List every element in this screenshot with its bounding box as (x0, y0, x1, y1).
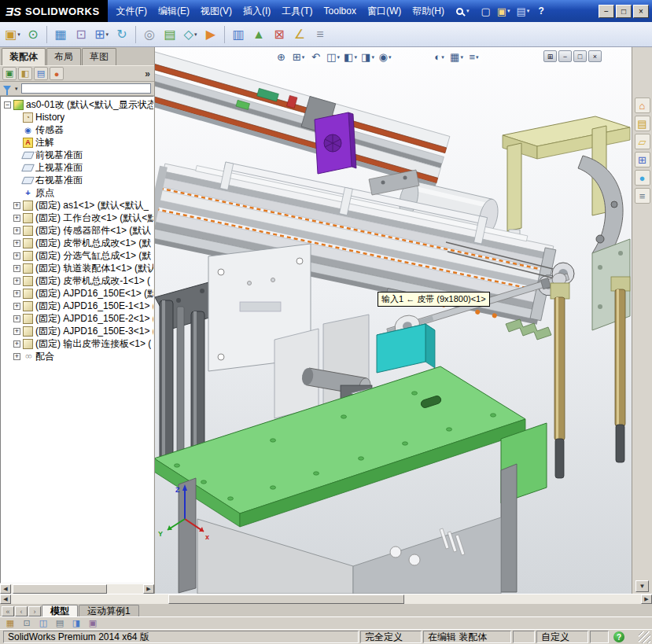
reference-geometry-button[interactable]: ◇▾ (181, 24, 200, 45)
configurationmanager-tab-icon[interactable]: ▤ (34, 67, 48, 80)
tab-sketch[interactable]: 草图 (82, 48, 116, 65)
tree-item[interactable]: +(固定) 皮带机总成改<1> (默 (1, 237, 153, 249)
hide-show-items-icon[interactable]: ◉▾ (377, 50, 393, 64)
tab-layout[interactable]: 布局 (46, 48, 81, 65)
tree-item[interactable]: +(固定) AJPD16_150E-2<1> (默 (1, 312, 153, 325)
show-hidden-components-button[interactable]: ◎ (140, 24, 159, 45)
apply-scene-icon[interactable]: ▦▾ (448, 50, 465, 64)
panel-overflow-button[interactable]: » (145, 68, 152, 79)
custom-status-button[interactable]: 自定义 (536, 631, 588, 643)
quick-snap-grid-icon[interactable]: ▦ (3, 618, 17, 629)
zoom-fit-icon[interactable]: ⊕ (273, 50, 289, 64)
linear-component-pattern-button[interactable]: ▦ (51, 24, 70, 45)
tree-expander[interactable]: + (13, 328, 20, 335)
resize-grip[interactable] (639, 631, 650, 643)
doc-window-menu-button[interactable]: ⊞ (543, 50, 557, 62)
view-settings-icon[interactable]: ≡▾ (466, 50, 482, 64)
tree-expander[interactable]: + (13, 303, 20, 310)
insert-components-button[interactable]: ▣▾ (3, 24, 22, 45)
exploded-view-button[interactable]: ▲ (249, 24, 268, 45)
interference-detection-button[interactable]: ⊠ (270, 24, 289, 45)
featuremanager-tab-icon[interactable]: ▣ (2, 67, 17, 80)
bill-of-materials-button[interactable]: ▥ (229, 24, 248, 45)
tools-menu[interactable]: 工具(T) (276, 2, 318, 20)
scroll-track[interactable] (11, 584, 143, 594)
zoom-area-icon[interactable]: ⊞▾ (290, 50, 307, 64)
scroll-track[interactable] (11, 594, 641, 604)
maximize-button[interactable]: □ (616, 5, 632, 18)
edit-menu[interactable]: 编辑(E) (153, 2, 195, 20)
quick-snap-midpoint-icon[interactable]: ▤ (53, 618, 67, 629)
tree-expander[interactable]: + (13, 202, 20, 209)
tree-item[interactable]: +(固定) 分选气缸总成<1> (默 (1, 249, 153, 262)
measure-button[interactable]: ∠ (290, 24, 309, 45)
tree-filter-input[interactable] (21, 83, 151, 94)
file-explorer-icon[interactable]: ▱ (635, 134, 650, 149)
propertymanager-tab-icon[interactable]: ◧ (18, 67, 32, 80)
save-button[interactable]: ▤▾ (514, 6, 532, 17)
scroll-thumb[interactable] (13, 584, 107, 594)
tree-item[interactable]: 上视基准面 (1, 161, 153, 174)
tree-item[interactable]: +(固定) AJPD16_150E<1> (默认 (1, 287, 153, 300)
doc-restore-button[interactable]: □ (573, 50, 587, 62)
tree-expander[interactable]: + (13, 315, 20, 322)
display-style-icon[interactable]: ◨▾ (359, 50, 376, 64)
window-menu[interactable]: 窗口(W) (362, 2, 407, 20)
tree-expander[interactable]: + (13, 252, 20, 259)
doc-close-button[interactable]: × (588, 50, 602, 62)
view-orientation-icon[interactable]: ◧▾ (342, 50, 359, 64)
help-button[interactable]: ? (532, 6, 550, 17)
quick-snap-quadrant-icon[interactable]: ◨ (69, 618, 83, 629)
quick-snap-points-icon[interactable]: ⊡ (20, 618, 34, 629)
graphics-area[interactable]: Z x Y ⊕⊞▾↶◫▾◧▾◨▾◉▾◐▾▦▾≡▾ ⊞−□× 输入1 ← 皮带 (… (155, 47, 632, 594)
tree-expander[interactable]: + (13, 278, 20, 285)
toolbox-menu[interactable]: Toolbox (319, 3, 362, 19)
tab-assembly[interactable]: 装配体 (2, 48, 46, 65)
assembly-features-button[interactable]: ▤ (160, 24, 179, 45)
tree-expander[interactable]: + (13, 340, 20, 348)
tree-expander[interactable]: + (13, 215, 20, 222)
tree-item[interactable]: +(固定) 传感器部件<1> (默认 (1, 224, 153, 237)
open-document-button[interactable]: ▣▾ (495, 6, 513, 17)
tree-expander[interactable]: + (13, 265, 20, 272)
doc-minimize-button[interactable]: − (558, 50, 572, 62)
view-menu[interactable]: 视图(V) (195, 2, 238, 20)
solidworks-resources-icon[interactable]: ⌂ (635, 98, 650, 113)
previous-view-icon[interactable]: ↶ (308, 50, 324, 64)
move-component-button[interactable]: ⊞▾ (92, 24, 111, 45)
tree-expander[interactable]: − (4, 101, 11, 109)
scroll-right-arrow[interactable]: ▶ (143, 584, 154, 594)
new-motion-study-button[interactable]: ▶ (201, 24, 220, 45)
new-document-button[interactable]: ▢ (478, 6, 492, 17)
model-cyan-block[interactable] (377, 324, 435, 373)
model-guide-rods[interactable] (551, 277, 630, 478)
close-button[interactable]: × (633, 5, 649, 18)
tree-expander[interactable]: + (13, 227, 20, 234)
model-purple-plate[interactable] (315, 112, 356, 174)
tree-item[interactable]: +(固定) AJPD16_150E-1<1> (默 (1, 300, 153, 312)
tab-scroll-first-button[interactable]: « (2, 606, 14, 616)
minimize-button[interactable]: − (599, 5, 614, 18)
tree-expander[interactable]: + (13, 353, 20, 360)
tree-item[interactable]: +(固定) AJPD16_150E-3<1> (默 (1, 325, 153, 337)
scroll-thumb[interactable] (168, 594, 404, 604)
scroll-left-arrow[interactable]: ◀ (0, 594, 11, 604)
viewport-horizontal-scrollbar[interactable]: ◀ ▶ (0, 594, 652, 604)
custom-properties-icon[interactable]: ≡ (635, 188, 650, 204)
section-view-icon[interactable]: ◫▾ (325, 50, 341, 64)
scroll-down-arrow[interactable]: ▼ (635, 580, 649, 592)
appearances-scenes-icon[interactable]: ● (635, 170, 650, 186)
tab-scroll-prev-button[interactable]: ‹ (15, 606, 28, 616)
mass-properties-button[interactable]: ≡ (311, 24, 330, 45)
tree-item[interactable]: +(固定) 轨道装配体1<1> (默认 (1, 262, 153, 274)
model-tab[interactable]: 模型 (42, 605, 78, 616)
tree-horizontal-scrollbar[interactable]: ◀ ▶ (0, 583, 154, 594)
displaymanager-tab-icon[interactable]: ● (50, 67, 64, 80)
file-menu[interactable]: 文件(F) (111, 2, 153, 20)
mate-button[interactable]: ⊙ (24, 24, 42, 45)
insert-menu[interactable]: 插入(I) (238, 2, 276, 20)
filter-funnel-icon[interactable] (3, 86, 11, 91)
motion-study-tab[interactable]: 运动算例1 (79, 605, 139, 616)
scroll-left-arrow[interactable]: ◀ (0, 584, 11, 594)
tree-item[interactable]: +(固定) 皮带机总成改-1<1> ( (1, 274, 153, 287)
